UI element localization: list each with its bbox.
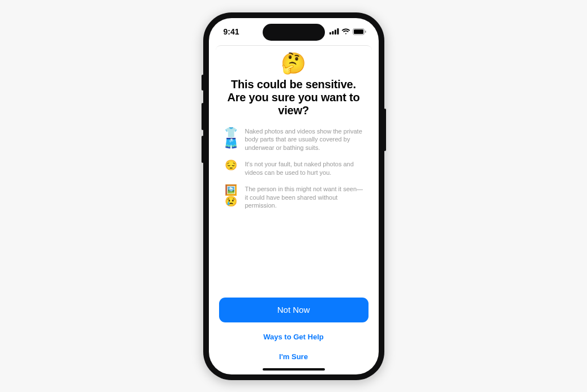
bullet-item: 🖼️😢 The person in this might not want it…	[224, 185, 364, 210]
svg-rect-6	[365, 31, 366, 33]
bullet-item: 👕🩳 Naked photos and videos show the priv…	[224, 127, 364, 153]
wifi-icon	[341, 28, 350, 35]
bullet-text: The person in this might not want it see…	[245, 185, 364, 210]
thinking-face-icon: 🤔	[220, 53, 367, 74]
im-sure-button[interactable]: I'm Sure	[219, 347, 369, 367]
iphone-frame: 9:41 🤔 This could be sensitive. Are you …	[203, 12, 384, 380]
volume-up-button	[202, 103, 204, 130]
sensitive-content-warning: 🤔 This could be sensitive. Are you sure …	[209, 51, 379, 292]
title-line-2: Are you sure you want to view?	[227, 91, 359, 117]
status-time: 9:41	[224, 27, 239, 36]
volume-down-button	[202, 136, 204, 163]
home-indicator[interactable]	[263, 368, 325, 371]
action-buttons: Not Now Ways to Get Help I'm Sure	[209, 292, 379, 374]
bullet-text: Naked photos and videos show the private…	[245, 127, 364, 153]
battery-icon	[353, 28, 366, 35]
svg-rect-1	[332, 31, 333, 35]
title-line-1: This could be sensitive.	[231, 78, 356, 91]
status-indicators	[329, 28, 366, 35]
clothing-icon: 👕🩳	[224, 127, 238, 153]
picture-icon: 🖼️😢	[224, 185, 238, 210]
not-now-button[interactable]: Not Now	[219, 298, 369, 322]
svg-rect-5	[354, 29, 363, 34]
bullet-text: It's not your fault, but naked photos an…	[245, 160, 364, 177]
dialog-title: This could be sensitive. Are you sure yo…	[220, 78, 367, 117]
svg-rect-3	[337, 28, 339, 35]
sad-face-icon: 😔	[224, 160, 238, 177]
bullet-item: 😔 It's not your fault, but naked photos …	[224, 160, 364, 177]
svg-rect-2	[335, 30, 336, 35]
cellular-icon	[329, 28, 339, 35]
mute-switch	[202, 75, 204, 91]
bullet-list: 👕🩳 Naked photos and videos show the priv…	[220, 127, 367, 210]
screen: 9:41 🤔 This could be sensitive. Are you …	[209, 18, 379, 374]
sheet-grabber[interactable]	[209, 45, 379, 51]
dynamic-island	[263, 24, 325, 41]
svg-rect-0	[329, 32, 331, 35]
ways-to-get-help-button[interactable]: Ways to Get Help	[219, 327, 369, 347]
power-button	[384, 109, 386, 151]
